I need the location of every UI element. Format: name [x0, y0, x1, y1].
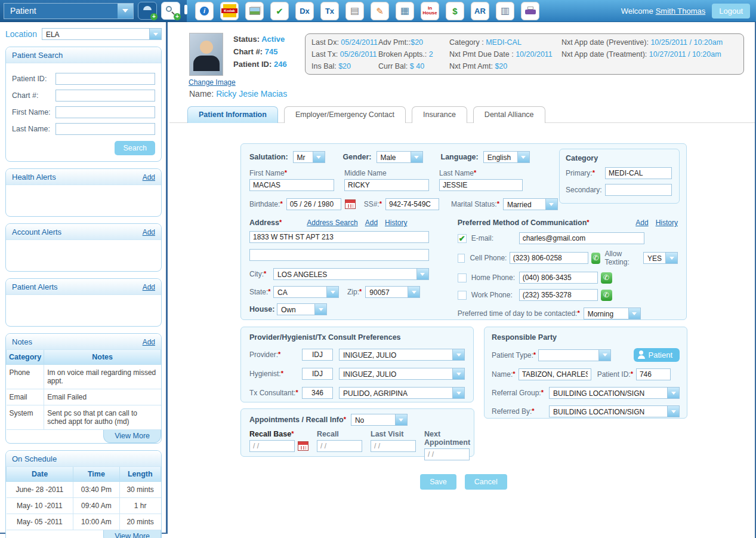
category-secondary-input[interactable] [605, 184, 672, 196]
search-button[interactable]: Search [115, 141, 155, 155]
tab-patient-information[interactable]: Patient Information [187, 106, 278, 123]
last-name-input[interactable] [55, 123, 155, 135]
city-select[interactable]: LOS ANGELES [273, 268, 429, 280]
chart-number-input[interactable] [55, 90, 155, 102]
print-button[interactable] [521, 2, 539, 20]
tab-employer-emergency-contact[interactable]: Employer/Emergency Contact [284, 106, 406, 123]
patient-type-select[interactable] [538, 349, 611, 361]
calendar-icon[interactable] [345, 199, 356, 209]
first-name-input[interactable] [55, 106, 155, 118]
tab-insurance[interactable]: Insurance [412, 106, 467, 123]
kodak-imaging-button[interactable]: Kodak [220, 2, 239, 20]
recall-select[interactable]: No [351, 414, 408, 426]
cancel-button[interactable]: Cancel [465, 474, 507, 490]
cell-phone-checkbox[interactable] [458, 254, 465, 263]
patient-search-button[interactable]: + [161, 2, 180, 20]
first-name-input[interactable] [249, 179, 334, 191]
treatment-check-button[interactable]: ✔ [270, 2, 289, 20]
address-line1-input[interactable] [249, 231, 429, 243]
chevron-down-icon[interactable] [395, 414, 407, 425]
table-row[interactable]: System Sent pc so that pt can call to sc… [7, 405, 161, 430]
module-select[interactable]: Patient [4, 3, 134, 19]
billing-button[interactable]: ▦ [396, 2, 414, 20]
preferred-time-select[interactable]: Morning [584, 308, 641, 319]
chevron-down-icon[interactable] [598, 350, 610, 361]
table-row[interactable]: May- 10 -2011 09:40 Am 1 hr [7, 498, 161, 514]
patient-info-button[interactable]: i [195, 2, 214, 20]
call-cell-icon[interactable]: ✆ [591, 253, 601, 264]
calendar-icon[interactable] [298, 441, 308, 451]
chevron-down-icon[interactable] [411, 152, 422, 162]
address-add-link[interactable]: Add [365, 219, 378, 227]
last-visit-input[interactable] [371, 440, 416, 452]
communication-add-link[interactable]: Add [635, 219, 648, 227]
work-phone-checkbox[interactable] [458, 291, 467, 300]
hygienist-select[interactable]: INIGUEZ, JULIO [339, 368, 465, 380]
table-row[interactable]: May- 05 -2011 10:00 Am 20 mints [7, 514, 161, 530]
gender-select[interactable]: Male [377, 151, 423, 163]
logout-button[interactable]: Logout [712, 4, 750, 19]
chevron-down-icon[interactable] [665, 253, 677, 263]
panel-collapse-handle[interactable] [184, 5, 187, 14]
add-patient-button[interactable]: + [138, 2, 157, 20]
provider-code-input[interactable] [302, 349, 333, 361]
dx-button[interactable]: Dx [295, 2, 314, 20]
chevron-down-icon[interactable] [667, 388, 679, 398]
ar-button[interactable]: AR [471, 2, 489, 20]
chevron-down-icon[interactable] [452, 368, 464, 379]
save-button[interactable]: Save [420, 474, 456, 490]
chevron-down-icon[interactable] [149, 29, 161, 39]
chevron-down-icon[interactable] [313, 152, 325, 162]
table-row[interactable]: Email Email Failed [7, 389, 161, 405]
chevron-down-icon[interactable] [545, 199, 557, 210]
zip-select[interactable]: 90057 [365, 286, 420, 298]
marital-status-select[interactable]: Married [503, 198, 558, 210]
category-primary-input[interactable] [605, 167, 672, 179]
communication-history-link[interactable]: History [656, 219, 678, 227]
work-phone-input[interactable] [519, 289, 598, 301]
patient-alerts-add-link[interactable]: Add [143, 283, 155, 291]
state-select[interactable]: CA [273, 286, 339, 298]
call-home-icon[interactable]: ✆ [601, 272, 612, 284]
health-alerts-add-link[interactable]: Add [143, 173, 155, 182]
document-button[interactable]: ▤ [345, 2, 364, 20]
chevron-down-icon[interactable] [452, 349, 464, 360]
tx-button[interactable]: Tx [320, 2, 339, 20]
payment-button[interactable]: $ [446, 2, 464, 20]
account-alerts-add-link[interactable]: Add [143, 228, 155, 236]
tx-consultant-select[interactable]: PULIDO, AGRIPINA [339, 387, 465, 399]
recall-input[interactable] [317, 440, 362, 452]
recall-base-input[interactable] [249, 440, 295, 452]
chevron-down-icon[interactable] [628, 308, 640, 319]
chevron-down-icon[interactable] [517, 152, 529, 162]
table-row[interactable]: June- 28 -2011 03:40 Pm 30 mints [7, 482, 161, 498]
chevron-down-icon[interactable] [416, 269, 428, 279]
address-history-link[interactable]: History [385, 219, 407, 227]
middle-name-input[interactable] [344, 179, 429, 191]
hygienist-code-input[interactable] [302, 368, 333, 380]
email-checkbox[interactable]: ✔ [458, 234, 467, 243]
provider-select[interactable]: INIGUEZ, JULIO [339, 349, 465, 361]
chevron-down-icon[interactable] [452, 388, 464, 398]
responsible-name-input[interactable] [519, 368, 591, 380]
tx-consultant-code-input[interactable] [302, 387, 333, 399]
chevron-down-icon[interactable] [314, 304, 326, 315]
home-phone-input[interactable] [519, 272, 598, 284]
table-row[interactable]: Phone Im on voice mail regarding missed … [7, 365, 161, 389]
chevron-down-icon[interactable] [667, 406, 679, 417]
tab-dental-alliance[interactable]: Dental Alliance [473, 106, 545, 123]
ssn-input[interactable] [385, 198, 439, 210]
house-select[interactable]: Own [277, 303, 327, 315]
allow-texting-select[interactable]: YES [643, 252, 678, 264]
progress-notes-button[interactable]: ✎ [371, 2, 389, 20]
patient-images-button[interactable] [245, 2, 264, 20]
language-select[interactable]: English [483, 151, 530, 163]
address-line2-input[interactable] [249, 249, 429, 261]
in-house-button[interactable]: In House [421, 2, 439, 20]
salutation-select[interactable]: Mr [293, 151, 325, 163]
referral-group-select[interactable]: BUILDING LOCATION/SIGN [549, 387, 680, 399]
email-input[interactable] [519, 232, 644, 244]
chevron-down-icon[interactable] [118, 4, 133, 19]
chevron-down-icon[interactable] [326, 287, 338, 297]
notes-view-more-button[interactable]: View More [103, 430, 161, 443]
